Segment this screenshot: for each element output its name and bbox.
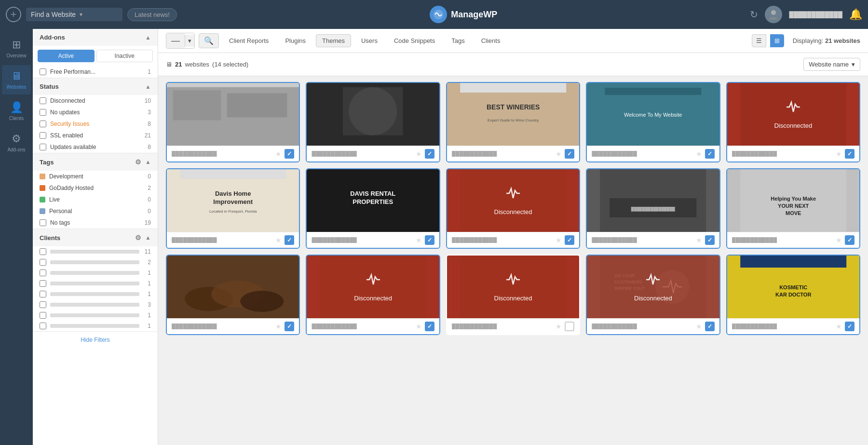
status-ssl[interactable]: SSL enabled 21 (33, 130, 158, 141)
website-card[interactable]: DAVIS RENTAL PROPERTIES ████████████ ★ ✓ (306, 168, 440, 249)
select-all-button[interactable]: — ▾ (166, 33, 195, 49)
card-checkbox[interactable]: ✓ (565, 235, 574, 245)
website-card[interactable]: ████████████████ ████████████ ★ ✓ (586, 168, 720, 249)
card-star[interactable]: ★ (556, 150, 562, 158)
ssl-checkbox[interactable] (40, 132, 46, 139)
card-checkbox[interactable]: ✓ (285, 235, 294, 245)
tag-personal[interactable]: Personal 0 (33, 205, 158, 217)
sort-dropdown[interactable]: Website name ▾ (803, 58, 860, 71)
card-star[interactable]: ★ (696, 323, 702, 330)
website-card[interactable]: Davis Home Improvement Located in Freepo… (166, 168, 300, 249)
tab-clients[interactable]: Clients (475, 34, 507, 47)
addon-checkbox[interactable] (40, 68, 46, 75)
website-card[interactable]: Disconnected ████████████ ★ (446, 255, 580, 335)
client-5-checkbox[interactable] (40, 291, 46, 297)
website-card[interactable]: ████████████ ★ ✓ (306, 82, 440, 162)
client-4-checkbox[interactable] (40, 280, 46, 287)
client-item[interactable]: 1 (33, 289, 158, 299)
card-checkbox[interactable]: ✓ (705, 322, 715, 331)
tab-inactive[interactable]: Inactive (96, 50, 153, 62)
website-card[interactable]: Helping You Make YOUR NEXT MOVE ████████… (726, 168, 860, 249)
tag-no-tags[interactable]: No tags 19 (33, 217, 158, 229)
status-no-updates[interactable]: No updates 3 (33, 107, 158, 118)
website-card[interactable]: Welcome To My Website ████████████ ★ ✓ (586, 82, 720, 162)
tag-live[interactable]: Live 0 (33, 194, 158, 205)
card-checkbox[interactable]: ✓ (565, 149, 574, 159)
security-checkbox[interactable] (40, 121, 46, 127)
tab-client-reports[interactable]: Client Reports (223, 34, 275, 47)
card-checkbox[interactable]: ✓ (705, 149, 715, 159)
tags-section-header[interactable]: Tags ⚙ ▲ (33, 153, 158, 171)
website-card[interactable]: Disconnected ████████████ ★ ✓ (306, 255, 440, 335)
client-2-checkbox[interactable] (40, 259, 46, 266)
card-star[interactable]: ★ (275, 236, 282, 244)
select-dropdown[interactable]: ▾ (185, 35, 194, 47)
refresh-button[interactable]: ↻ (750, 9, 758, 20)
client-item[interactable]: 1 (33, 321, 158, 331)
card-star[interactable]: ★ (275, 150, 282, 158)
tab-active[interactable]: Active (38, 50, 95, 62)
card-star[interactable]: ★ (836, 150, 842, 158)
no-updates-checkbox[interactable] (40, 109, 46, 116)
view-grid-button[interactable]: ⊞ (770, 34, 784, 47)
card-star[interactable]: ★ (556, 323, 562, 330)
search-button[interactable]: 🔍 (199, 33, 219, 48)
clients-gear-icon[interactable]: ⚙ (135, 234, 141, 242)
client-item[interactable]: 2 (33, 257, 158, 268)
clients-section-header[interactable]: Clients ⚙ ▲ (33, 229, 158, 246)
no-tags-checkbox[interactable] (40, 219, 46, 226)
website-card[interactable]: KOSMETIC KAR DOCTOR ████████████ ★ ✓ (726, 255, 860, 335)
website-card[interactable]: BEST WINERIES Expert Guide to Wine Count… (446, 82, 580, 162)
client-6-checkbox[interactable] (40, 301, 46, 308)
client-7-checkbox[interactable] (40, 312, 46, 319)
client-1-checkbox[interactable] (40, 248, 46, 255)
client-item[interactable]: 1 (33, 268, 158, 278)
disconnected-checkbox[interactable] (40, 97, 46, 104)
tab-users[interactable]: Users (355, 34, 384, 47)
sidebar-item-clients[interactable]: 👤 Clients (2, 96, 31, 126)
card-checkbox[interactable]: ✓ (845, 149, 854, 159)
sidebar-item-websites[interactable]: 🖥 Websites (2, 65, 31, 94)
view-list-button[interactable]: ☰ (752, 34, 766, 47)
sidebar-item-addons[interactable]: ⚙ Add-ons (2, 128, 31, 157)
tab-code-snippets[interactable]: Code Snippets (388, 34, 441, 47)
card-star[interactable]: ★ (416, 236, 422, 244)
card-checkbox[interactable] (565, 322, 574, 331)
card-checkbox[interactable]: ✓ (425, 322, 434, 331)
card-star[interactable]: ★ (836, 323, 842, 330)
client-3-checkbox[interactable] (40, 270, 46, 276)
sidebar-item-overview[interactable]: ⊞ Overview (2, 34, 31, 63)
card-checkbox[interactable]: ✓ (425, 235, 434, 245)
tab-plugins[interactable]: Plugins (279, 34, 312, 47)
website-card[interactable]: ████████████ ★ ✓ (166, 82, 300, 162)
tab-tags[interactable]: Tags (445, 34, 471, 47)
website-card[interactable]: ████████████ ★ ✓ (166, 255, 300, 335)
client-8-checkbox[interactable] (40, 323, 46, 329)
card-checkbox[interactable]: ✓ (285, 149, 294, 159)
updates-checkbox[interactable] (40, 144, 46, 150)
card-star[interactable]: ★ (416, 150, 422, 158)
addon-free-performance[interactable]: Free Performan... 1 (33, 66, 158, 78)
tag-godaddy[interactable]: GoDaddy Hosted 2 (33, 182, 158, 194)
card-star[interactable]: ★ (275, 323, 282, 330)
card-checkbox[interactable]: ✓ (845, 235, 854, 245)
tag-development[interactable]: Development 0 (33, 171, 158, 182)
card-star[interactable]: ★ (556, 236, 562, 244)
card-checkbox[interactable]: ✓ (425, 149, 434, 159)
card-checkbox[interactable]: ✓ (705, 235, 715, 245)
card-checkbox[interactable]: ✓ (845, 322, 854, 331)
addons-section-header[interactable]: Add-ons ▲ (33, 29, 158, 46)
card-star[interactable]: ★ (836, 236, 842, 244)
find-website-button[interactable]: Find a Website ▾ (26, 8, 122, 21)
status-section-header[interactable]: Status ▲ (33, 78, 158, 95)
client-item[interactable]: 11 (33, 246, 158, 257)
card-star[interactable]: ★ (696, 150, 702, 158)
tags-gear-icon[interactable]: ⚙ (135, 158, 141, 166)
tab-themes[interactable]: Themes (316, 34, 351, 47)
notification-button[interactable]: 🔔 (849, 8, 862, 21)
website-card[interactable]: Disconnected ████████████ ★ ✓ (446, 168, 580, 249)
status-updates-available[interactable]: Updates available 8 (33, 141, 158, 153)
card-star[interactable]: ★ (696, 236, 702, 244)
status-security-issues[interactable]: Security Issues 8 (33, 118, 158, 130)
hide-filters-button[interactable]: Hide Filters (33, 332, 158, 348)
